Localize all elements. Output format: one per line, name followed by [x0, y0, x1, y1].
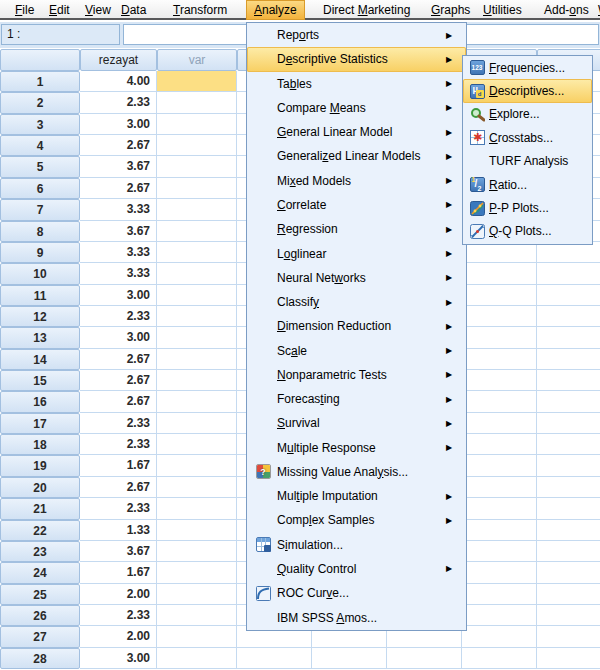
data-cell-var-26[interactable] [157, 605, 237, 626]
menubar-item-data[interactable]: Data [114, 0, 153, 20]
column-header-var[interactable]: var [157, 49, 237, 71]
menubar-item-utilities[interactable]: Utilities [476, 0, 529, 20]
menu-item-forecasting[interactable]: Forecasting▶ [247, 387, 466, 411]
data-cell-empty[interactable] [537, 306, 600, 327]
data-cell-var-11[interactable] [157, 285, 237, 306]
data-cell-var-24[interactable] [157, 562, 237, 583]
data-cell-rezayat-8[interactable]: 3.67 [80, 221, 157, 242]
row-header-8[interactable]: 8 [0, 221, 80, 242]
data-cell-empty[interactable] [462, 391, 537, 412]
data-cell-rezayat-18[interactable]: 2.33 [80, 434, 157, 455]
data-cell-empty[interactable] [537, 434, 600, 455]
data-cell-var-23[interactable] [157, 541, 237, 562]
menubar-item-w[interactable]: W [591, 0, 600, 20]
menu-item-compare-means[interactable]: Compare Means▶ [247, 96, 466, 120]
menu-item-ibm-spss-amos[interactable]: IBM SPSS Amos... [247, 605, 466, 629]
data-cell-empty[interactable] [462, 605, 537, 626]
menu-item-survival[interactable]: Survival▶ [247, 411, 466, 435]
row-header-6[interactable]: 6 [0, 178, 80, 199]
data-cell-empty[interactable] [462, 455, 537, 476]
data-cell-empty[interactable] [537, 327, 600, 348]
menubar-item-file[interactable]: File [8, 0, 41, 20]
submenu-item-p-p-plots[interactable]: P-P Plots... [463, 196, 592, 219]
data-cell-rezayat-21[interactable]: 2.33 [80, 498, 157, 519]
data-cell-rezayat-5[interactable]: 3.67 [80, 156, 157, 177]
data-cell-rezayat-11[interactable]: 3.00 [80, 285, 157, 306]
menu-item-scale[interactable]: Scale▶ [247, 338, 466, 362]
data-cell-rezayat-3[interactable]: 3.00 [80, 114, 157, 135]
row-header-17[interactable]: 17 [0, 413, 80, 434]
data-cell-empty[interactable] [537, 263, 600, 284]
data-cell-empty[interactable] [387, 648, 462, 669]
data-cell-rezayat-1[interactable]: 4.00 [80, 71, 157, 92]
menu-item-mixed-models[interactable]: Mixed Models▶ [247, 169, 466, 193]
submenu-item-explore[interactable]: Explore... [463, 103, 592, 126]
row-header-24[interactable]: 24 [0, 562, 80, 583]
menubar-item-analyze[interactable]: Analyze [246, 0, 305, 20]
menu-item-reports[interactable]: Reports▶ [247, 23, 466, 47]
row-header-5[interactable]: 5 [0, 156, 80, 177]
row-header-11[interactable]: 11 [0, 285, 80, 306]
row-header-15[interactable]: 15 [0, 370, 80, 391]
data-cell-var-21[interactable] [157, 498, 237, 519]
menu-item-multiple-response[interactable]: Multiple Response▶ [247, 436, 466, 460]
data-cell-rezayat-13[interactable]: 3.00 [80, 327, 157, 348]
data-cell-empty[interactable] [462, 584, 537, 605]
data-cell-empty[interactable] [462, 477, 537, 498]
data-cell-var-25[interactable] [157, 584, 237, 605]
data-cell-empty[interactable] [462, 498, 537, 519]
data-cell-empty[interactable] [462, 349, 537, 370]
data-cell-empty[interactable] [537, 562, 600, 583]
data-cell-empty[interactable] [537, 349, 600, 370]
data-cell-rezayat-9[interactable]: 3.33 [80, 242, 157, 263]
submenu-item-frequencies[interactable]: 123Frequencies... [463, 56, 592, 79]
menubar-item-transform[interactable]: Transform [166, 0, 234, 20]
menu-item-complex-samples[interactable]: Complex Samples▶ [247, 508, 466, 532]
data-cell-rezayat-15[interactable]: 2.67 [80, 370, 157, 391]
menu-item-roc-curve[interactable]: ROC Curve... [247, 581, 466, 605]
data-cell-var-1[interactable] [157, 71, 237, 92]
row-header-26[interactable]: 26 [0, 605, 80, 626]
data-cell-empty[interactable] [537, 242, 600, 263]
data-cell-var-5[interactable] [157, 156, 237, 177]
data-cell-empty[interactable] [537, 413, 600, 434]
column-header-rezayat[interactable]: rezayat [80, 49, 157, 71]
grid-corner-cell[interactable] [0, 49, 80, 71]
data-cell-empty[interactable] [462, 648, 537, 669]
data-cell-empty[interactable] [537, 285, 600, 306]
data-cell-var-15[interactable] [157, 370, 237, 391]
row-header-21[interactable]: 21 [0, 498, 80, 519]
row-header-25[interactable]: 25 [0, 584, 80, 605]
data-cell-rezayat-17[interactable]: 2.33 [80, 413, 157, 434]
data-cell-empty[interactable] [462, 327, 537, 348]
row-header-4[interactable]: 4 [0, 135, 80, 156]
row-header-28[interactable]: 28 [0, 648, 80, 669]
menu-item-regression[interactable]: Regression▶ [247, 217, 466, 241]
data-cell-rezayat-10[interactable]: 3.33 [80, 263, 157, 284]
menu-item-correlate[interactable]: Correlate▶ [247, 193, 466, 217]
data-cell-rezayat-6[interactable]: 2.67 [80, 178, 157, 199]
data-cell-var-3[interactable] [157, 114, 237, 135]
data-cell-rezayat-20[interactable]: 2.67 [80, 477, 157, 498]
row-header-12[interactable]: 12 [0, 306, 80, 327]
row-header-13[interactable]: 13 [0, 327, 80, 348]
menu-item-simulation[interactable]: Simulation... [247, 533, 466, 557]
submenu-item-crosstabs[interactable]: ✱Crosstabs... [463, 126, 592, 149]
row-header-10[interactable]: 10 [0, 263, 80, 284]
data-cell-empty[interactable] [462, 541, 537, 562]
data-cell-rezayat-14[interactable]: 2.67 [80, 349, 157, 370]
row-header-27[interactable]: 27 [0, 626, 80, 647]
row-header-20[interactable]: 20 [0, 477, 80, 498]
data-cell-empty[interactable] [462, 263, 537, 284]
data-cell-empty[interactable] [537, 498, 600, 519]
data-cell-var-27[interactable] [157, 626, 237, 647]
menubar-item-add-ons[interactable]: Add-ons [537, 0, 596, 20]
data-cell-var-14[interactable] [157, 349, 237, 370]
data-cell-rezayat-16[interactable]: 2.67 [80, 391, 157, 412]
data-cell-empty[interactable] [462, 520, 537, 541]
data-cell-empty[interactable] [312, 648, 387, 669]
submenu-item-descriptives[interactable]: μdDescriptives... [463, 79, 592, 102]
data-cell-var-8[interactable] [157, 221, 237, 242]
data-cell-empty[interactable] [537, 455, 600, 476]
row-header-3[interactable]: 3 [0, 114, 80, 135]
